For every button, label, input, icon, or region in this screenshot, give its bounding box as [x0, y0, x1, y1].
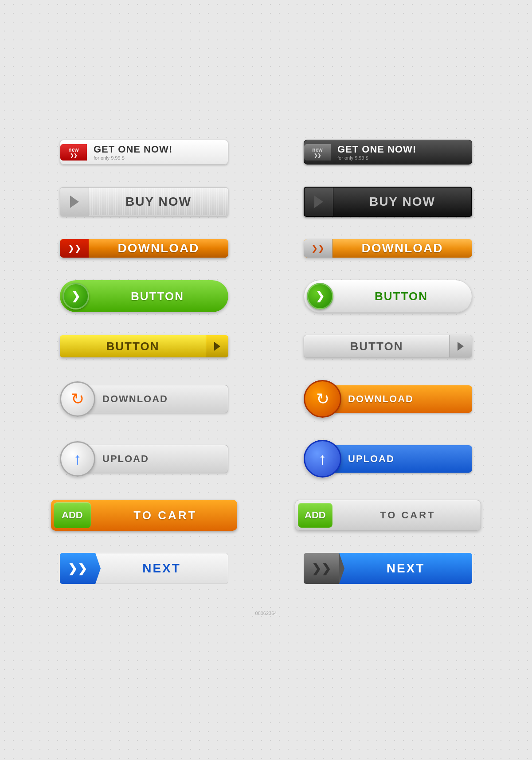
arrow-icon-silver-sm [458, 342, 464, 351]
buy-now-dark-button[interactable]: BUY NOW [304, 187, 472, 217]
button-yellow[interactable]: BUTTON [60, 335, 228, 357]
add-to-cart-silver-button[interactable]: ADD TO CART [295, 500, 481, 531]
buy-now-arrow-silver [60, 188, 89, 216]
upload-arrow-icon-blue: ↑ [319, 450, 327, 468]
green-circle-icon: ❯ [63, 283, 89, 309]
to-cart-text-orange: TO CART [94, 500, 237, 531]
upload-circle-icon-gray: ↑ [60, 441, 95, 477]
next-arrows-white-icon: ❯❯ [68, 562, 87, 576]
download-circle-orange-button[interactable]: ↻ DOWNLOAD [304, 380, 472, 418]
get-one-sub-text: for only 9,99 $ [94, 155, 172, 161]
next-white-body: NEXT [95, 553, 228, 584]
next-dark-badge: ❯❯ [304, 553, 339, 584]
next-arrows-dark-icon: ❯❯ [312, 562, 331, 576]
get-one-text: GET ONE NOW! for only 9,99 $ [94, 144, 172, 161]
download-icon-red: ❯❯ [60, 239, 89, 258]
download-icon-gray: ❯❯ [304, 239, 332, 258]
new-badge-dark: new [304, 144, 331, 161]
next-blue-body: NEXT [339, 553, 472, 584]
new-badge-red: new [60, 144, 87, 161]
buy-now-silver-button[interactable]: BUY NOW [60, 187, 228, 216]
download-circle-icon-gray: ↻ [60, 381, 95, 417]
arrow-icon-silver [70, 196, 79, 208]
download-circle-label-gray: DOWNLOAD [86, 385, 228, 413]
download-circle-label-orange: DOWNLOAD [332, 385, 472, 413]
get-one-now-white-button[interactable]: new GET ONE NOW! for only 9,99 $ [60, 140, 228, 165]
arrow-icon-green: ❯ [71, 290, 80, 302]
download-orange-light-button[interactable]: ❯❯ DOWNLOAD [304, 239, 472, 258]
button-silver[interactable]: BUTTON [304, 335, 472, 358]
new-label-dark: new [312, 147, 322, 153]
new-label: new [68, 147, 78, 153]
button-yellow-arrow [206, 335, 228, 357]
upload-blue-button[interactable]: ↑ UPLOAD [304, 440, 472, 478]
download-label-orange: DOWNLOAD [89, 239, 228, 258]
arrow-icon-green-sm: ❯ [316, 290, 325, 302]
green-circle-icon-sm: ❯ [307, 283, 333, 309]
download-orange-button[interactable]: ❯❯ DOWNLOAD [60, 239, 228, 258]
watermark: 08062364 [22, 606, 510, 620]
add-text-orange: ADD [62, 509, 83, 521]
arrow-icon-dark [314, 196, 323, 208]
upload-label-blue: UPLOAD [332, 445, 472, 473]
button-silver-arrow [449, 335, 472, 357]
download-arrow-icon-gray: ↻ [71, 390, 84, 408]
add-to-cart-orange-button[interactable]: ADD TO CART [51, 500, 237, 531]
upload-arrow-icon-gray: ↑ [74, 450, 82, 468]
add-badge-green-sm: ADD [298, 503, 332, 528]
upload-gray-button[interactable]: ↑ UPLOAD [60, 441, 228, 477]
download-circle-icon-orange: ↻ [304, 380, 341, 418]
get-one-text-dark: GET ONE NOW! for only 9,99 $ [337, 144, 416, 161]
next-label-white: NEXT [387, 561, 425, 576]
download-label-orange-light: DOWNLOAD [332, 239, 472, 258]
download-circle-gray-button[interactable]: ↻ DOWNLOAD [60, 381, 228, 417]
button-label-yellow: BUTTON [60, 335, 206, 357]
next-label-blue: NEXT [142, 561, 181, 576]
download-arrow-icon-orange: ↻ [316, 390, 329, 408]
button-label-silver: BUTTON [304, 335, 449, 357]
add-badge-green: ADD [54, 502, 91, 528]
get-one-main-text: GET ONE NOW! [94, 144, 172, 155]
button-label-green: BUTTON [89, 290, 226, 303]
next-blue-badge: ❯❯ [60, 553, 95, 584]
next-blue-tab-button[interactable]: ❯❯ NEXT [60, 553, 228, 584]
buy-now-label-silver: BUY NOW [89, 188, 228, 215]
get-one-sub-text-dark: for only 9,99 $ [337, 155, 416, 161]
upload-label-gray: UPLOAD [86, 445, 228, 473]
button-white-green[interactable]: ❯ BUTTON [304, 280, 472, 313]
next-dark-button[interactable]: ❯❯ NEXT [304, 553, 472, 584]
buy-now-label-dark: BUY NOW [333, 188, 471, 215]
button-green-full[interactable]: ❯ BUTTON [60, 280, 228, 312]
buy-now-arrow-dark [305, 188, 333, 216]
button-label-white-green: BUTTON [333, 290, 469, 303]
upload-circle-icon-blue: ↑ [304, 440, 341, 478]
get-one-main-text-dark: GET ONE NOW! [337, 144, 416, 155]
to-cart-text-silver: TO CART [335, 500, 481, 530]
add-text-silver: ADD [305, 509, 326, 521]
arrow-icon-yellow [214, 342, 220, 351]
get-one-now-dark-button[interactable]: new GET ONE NOW! for only 9,99 $ [304, 140, 472, 165]
